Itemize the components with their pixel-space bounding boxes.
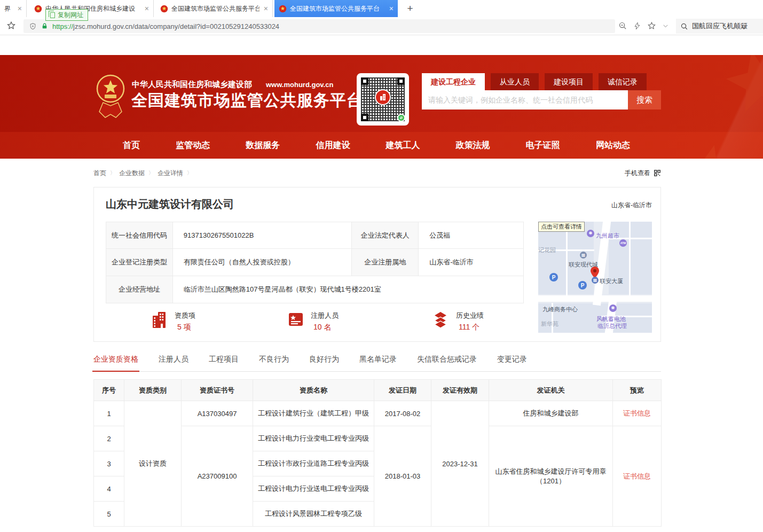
col-header-cert-no: 资质证书号 (182, 380, 253, 401)
nav-item-credit[interactable]: 信用建设 (316, 140, 350, 151)
site-header: 中华人民共和国住房和城乡建设部 www.mohurd.gov.cn 全国建筑市场… (0, 55, 763, 159)
cell-issue-date: 2017-08-02 (374, 401, 431, 426)
zoom-out-icon[interactable] (618, 21, 627, 30)
lock-icon (41, 22, 48, 30)
nav-item-data-service[interactable]: 数据服务 (246, 140, 280, 151)
col-header-no: 序号 (94, 380, 124, 401)
info-value-address: 临沂市兰山区陶然路107号星河晶都（联安）现代城1号楼2201室 (172, 276, 523, 303)
cell-no: 1 (94, 401, 124, 426)
header-search-tabs: 建设工程企业 从业人员 建设项目 诚信记录 (422, 73, 647, 90)
nav-item-site-news[interactable]: 网站动态 (596, 140, 630, 151)
qr-wechat-badge: ⌀ (397, 114, 405, 122)
browser-tab-partial[interactable]: 界 × (0, 0, 27, 17)
tab-dishonesty-records[interactable]: 失信联合惩戒记录 (417, 355, 477, 364)
main-nav: 首页 监管动态 数据服务 信用建设 建筑工人 政策法规 电子证照 网站动态 (0, 132, 763, 159)
cell-cert-no: A237009100 (182, 426, 253, 527)
flash-icon[interactable] (633, 21, 641, 30)
search-button[interactable]: 搜索 (628, 90, 661, 109)
qr-finder (397, 77, 405, 85)
qr-center-logo (375, 89, 391, 105)
stat-label: 资质项 (175, 311, 195, 320)
info-value-reg-type: 有限责任公司（自然人投资或控股） (172, 249, 352, 276)
breadcrumb-separator: 〉 (148, 169, 154, 177)
tab-projects[interactable]: 工程项目 (209, 355, 239, 364)
tab-good-behavior[interactable]: 良好行为 (309, 355, 339, 364)
info-label-credit-code: 统一社会信用代码 (106, 222, 173, 249)
qr-finder (361, 114, 368, 121)
address-bar[interactable]: https://jzsc.mohurd.gov.cn/data/company/… (23, 19, 615, 33)
tab-close-icon[interactable]: × (18, 5, 22, 12)
stat-value: 10 名 (313, 323, 339, 332)
cell-qual-name: 工程设计风景园林工程专项乙级 (253, 502, 374, 527)
breadcrumb-company-data[interactable]: 企业数据 (119, 169, 145, 178)
tab-blacklist[interactable]: 黑名单记录 (359, 355, 397, 364)
cell-validity: 2023-12-31 (431, 401, 489, 527)
breadcrumb-company-detail[interactable]: 企业详情 (158, 169, 183, 178)
search-tab-credit[interactable]: 诚信记录 (599, 73, 647, 90)
certificate-info-link[interactable]: 证书信息 (623, 409, 651, 417)
tab-qualifications[interactable]: 企业资质资格 (93, 355, 138, 364)
tab-close-icon[interactable]: × (145, 5, 149, 12)
map-building-pin: ▦ (580, 252, 587, 259)
cell-preview: 证书信息 (613, 401, 662, 426)
qualification-table: 序号 资质类别 资质证书号 资质名称 发证日期 发证有效期 发证机关 预览 1 … (93, 379, 662, 527)
tab-bad-behavior[interactable]: 不良行为 (259, 355, 289, 364)
browser-search-box[interactable]: 国航回应飞机颠簸 (676, 19, 763, 34)
chevron-down-icon[interactable] (662, 22, 669, 29)
cell-no: 4 (94, 476, 124, 502)
cell-qual-name: 工程设计电力行业变电工程专业丙级 (253, 426, 374, 451)
stat-registered-personnel: 注册人员 10 名 (288, 311, 339, 332)
nav-item-certificates[interactable]: 电子证照 (526, 140, 560, 151)
ministry-name: 中华人民共和国住房和城乡建设部 (132, 80, 252, 90)
location-map[interactable]: ⛯ 九州超市 ATM 记花园 ▦ 联安现代城 ▦ 联安大厦 P P 九峰商务中心… (538, 222, 652, 333)
browser-tab-active[interactable]: 全国建筑市场监管公共服务平台 × (274, 0, 398, 17)
nav-item-workers[interactable]: 建筑工人 (386, 140, 420, 151)
nav-item-supervision[interactable]: 监管动态 (176, 140, 210, 151)
info-label-legal-rep: 企业法定代表人 (352, 222, 419, 249)
map-tooltip: 点击可查看详情 (538, 222, 585, 232)
qr-finder (361, 77, 368, 85)
tab-change-records[interactable]: 变更记录 (497, 355, 527, 364)
tab-label: 界 (4, 4, 13, 13)
stat-label: 注册人员 (311, 311, 339, 320)
breadcrumb-home[interactable]: 首页 (93, 169, 106, 178)
keyword-search-input[interactable] (422, 90, 628, 109)
screen: 界 × 中华人民共和国住房和城乡建设 × 全国建筑市场监管公共服务平台 × 全国… (0, 0, 763, 532)
nav-item-home[interactable]: 首页 (123, 140, 140, 151)
cell-preview: 证书信息 (613, 426, 662, 527)
search-suggestion-text: 国航回应飞机颠簸 (692, 21, 748, 31)
info-label-reg-region: 企业注册属地 (352, 249, 419, 276)
search-tab-project[interactable]: 建设项目 (545, 73, 593, 90)
favorite-star-icon[interactable] (647, 21, 656, 30)
browser-tab-jzsc[interactable]: 全国建筑市场监管公共服务平台 × (156, 0, 273, 17)
tab-label: 全国建筑市场监管公共服务平台 (290, 4, 385, 13)
qr-code-icon[interactable] (654, 169, 661, 177)
stat-qualifications: 资质项 5 项 (152, 311, 195, 332)
mobile-view-label[interactable]: 手机查看 (625, 169, 650, 178)
certificate-info-link[interactable]: 证书信息 (623, 472, 651, 480)
urlbar-actions (618, 21, 669, 30)
tab-registered-personnel[interactable]: 注册人员 (159, 355, 188, 364)
tab-close-icon[interactable]: × (264, 5, 268, 12)
new-tab-button[interactable]: + (404, 2, 416, 15)
company-region: 山东省-临沂市 (611, 201, 652, 210)
map-battery-pin: ⛯ (609, 304, 617, 312)
browser-urlbar: https://jzsc.mohurd.gov.cn/data/company/… (0, 17, 763, 35)
copy-url-tooltip: 复制网址 (45, 9, 88, 21)
nav-item-policy[interactable]: 政策法规 (456, 140, 490, 151)
copy-icon (50, 12, 55, 18)
search-tab-enterprise[interactable]: 建设工程企业 (422, 73, 485, 90)
breadcrumb-separator: 〉 (110, 169, 115, 177)
cell-authority: 住房和城乡建设部 (489, 401, 613, 426)
tab-close-icon[interactable]: × (389, 5, 394, 12)
building-icon (152, 311, 168, 328)
company-card: 山东中元建筑设计有限公司 山东省-临沂市 统一社会信用代码 9137130267… (93, 187, 661, 342)
map-atm-pin: ATM (619, 239, 627, 247)
bookmark-star-icon[interactable] (6, 21, 16, 33)
info-value-reg-region: 山东省-临沂市 (419, 249, 524, 276)
info-value-credit-code: 91371302675501022B (172, 222, 352, 249)
stat-value: 5 项 (177, 323, 195, 332)
cell-issue-date: 2018-01-03 (374, 426, 431, 527)
search-tab-personnel[interactable]: 从业人员 (491, 73, 539, 90)
emblem-favicon (279, 5, 287, 13)
